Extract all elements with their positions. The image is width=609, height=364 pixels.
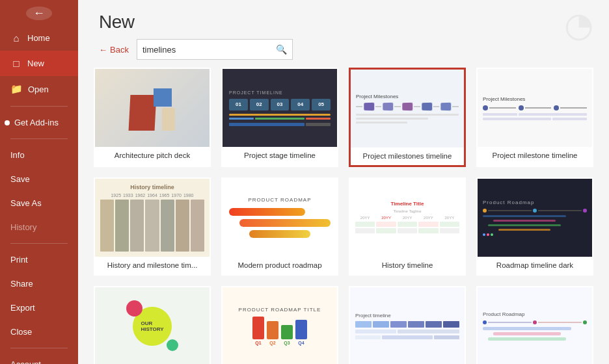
search-box[interactable]: 🔍 xyxy=(137,39,293,60)
template-card-arch[interactable]: Architecture pitch deck xyxy=(94,68,211,167)
search-icon[interactable]: 🔍 xyxy=(276,44,287,55)
sidebar-item-export[interactable]: Export xyxy=(0,296,78,320)
template-label-modern-road: Modern product roadmap xyxy=(223,257,337,274)
template-label-project-stage: Project stage timeline xyxy=(223,147,337,164)
main-header: New xyxy=(78,0,609,39)
watermark-icon: ◔ xyxy=(564,5,593,44)
template-card-quarterly[interactable]: PRODUCT ROADMAP TITLE Q1 Q2 Q3 xyxy=(221,286,338,364)
sidebar-divider-1 xyxy=(10,106,68,107)
sidebar-share-label: Share xyxy=(10,279,33,289)
sidebar-item-history: History xyxy=(0,215,78,239)
template-thumb-history-mile: History timeline 19251933196219641965197… xyxy=(95,179,210,257)
open-folder-icon: 📁 xyxy=(10,83,23,95)
template-card-project-mile-2[interactable]: Project Milestones xyxy=(476,68,593,167)
template-label-history-mile: History and milestone tim... xyxy=(95,257,210,274)
sidebar-export-label: Export xyxy=(10,303,35,313)
template-card-project-stage[interactable]: PROJECT TIMELINE 01 02 03 04 05 xyxy=(221,68,338,167)
template-label-project-mile: Project milestones timeline xyxy=(351,148,464,165)
back-link[interactable]: ← Back xyxy=(99,45,129,55)
template-thumb-roadmap-light: Product Roadmap xyxy=(478,287,592,364)
sidebar-saveas-label: Save As xyxy=(10,198,42,208)
template-thumb-project-mile: Project Milestones xyxy=(351,70,464,148)
template-card-roadmap-dark[interactable]: Product Roadmap xyxy=(476,177,593,276)
template-label-arch: Architecture pitch deck xyxy=(95,147,210,164)
back-arrow-icon: ← xyxy=(33,6,45,20)
template-thumb-quarterly: PRODUCT ROADMAP TITLE Q1 Q2 Q3 xyxy=(223,287,337,364)
template-thumb-history-tl: Timeline Title Timeline Tagline 20YY 20Y… xyxy=(350,179,465,257)
template-thumb-milestone-hist: OURHISTORY xyxy=(95,287,210,364)
template-card-project-mile[interactable]: Project Milestones xyxy=(349,68,466,167)
sidebar-back-button[interactable]: ← xyxy=(26,6,52,20)
sidebar-nav: ⌂ Home □ New 📁 Open Get Add-ins Info Sav… xyxy=(0,25,78,364)
template-label-history-tl: History timeline xyxy=(350,257,465,274)
template-card-modern-road[interactable]: PRODUCT ROADMAP Modern product roadmap xyxy=(221,177,338,276)
sidebar-save-label: Save xyxy=(10,174,30,184)
back-label: Back xyxy=(110,45,129,55)
sidebar-print-label: Print xyxy=(10,255,28,265)
template-card-history-mile[interactable]: History timeline 19251933196219641965197… xyxy=(94,177,211,276)
sidebar-item-close[interactable]: Close xyxy=(0,320,78,344)
sidebar-item-new[interactable]: □ New xyxy=(0,51,78,76)
template-thumb-gradient: Project timeline xyxy=(350,287,465,364)
page-title: New xyxy=(99,12,135,32)
sidebar-new-label: New xyxy=(27,58,44,68)
template-card-roadmap-light[interactable]: Product Roadmap Roadmap timeline light xyxy=(476,286,593,364)
template-thumb-project-mile-2: Project Milestones xyxy=(478,69,592,147)
back-arrow-icon: ← xyxy=(99,45,107,55)
sidebar-item-save[interactable]: Save xyxy=(0,167,78,191)
sidebar-item-addins[interactable]: Get Add-ins xyxy=(0,110,78,135)
template-grid: Architecture pitch deck PROJECT TIMELINE… xyxy=(78,68,609,364)
search-input[interactable] xyxy=(142,45,276,55)
sidebar-divider-3 xyxy=(10,243,68,244)
sidebar-item-print[interactable]: Print xyxy=(0,248,78,272)
sidebar-divider-4 xyxy=(10,348,68,348)
new-icon: □ xyxy=(10,58,22,69)
template-thumb-modern-road: PRODUCT ROADMAP xyxy=(223,179,337,257)
sidebar-close-label: Close xyxy=(10,327,32,337)
sidebar-home-label: Home xyxy=(27,33,50,43)
sidebar-history-label: History xyxy=(10,222,36,232)
home-icon: ⌂ xyxy=(10,32,22,44)
sidebar-divider-2 xyxy=(10,138,68,139)
sidebar: ← ⌂ Home □ New 📁 Open Get Add-ins Info S… xyxy=(0,0,78,364)
sidebar-item-share[interactable]: Share xyxy=(0,272,78,296)
template-card-milestone-hist[interactable]: OURHISTORY Milestone and history tim... xyxy=(94,286,211,364)
sidebar-account-label: Account xyxy=(10,359,41,364)
sidebar-open-label: Open xyxy=(28,84,49,94)
template-card-history-tl[interactable]: Timeline Title Timeline Tagline 20YY 20Y… xyxy=(349,177,466,276)
sidebar-info-label: Info xyxy=(10,150,25,160)
addins-dot-icon xyxy=(5,120,10,125)
sidebar-item-saveas[interactable]: Save As xyxy=(0,191,78,215)
sidebar-item-home[interactable]: ⌂ Home xyxy=(0,25,78,51)
sidebar-item-open[interactable]: 📁 Open xyxy=(0,76,78,102)
template-thumb-roadmap-dark: Product Roadmap xyxy=(478,179,592,257)
template-thumb-arch xyxy=(95,69,210,147)
template-label-project-mile-2: Project milestone timeline xyxy=(478,147,592,164)
template-card-gradient[interactable]: Project timeline xyxy=(349,286,466,364)
toolbar-row: ← Back 🔍 xyxy=(78,39,609,68)
sidebar-item-account[interactable]: Account xyxy=(0,352,78,364)
template-label-roadmap-dark: Roadmap timeline dark xyxy=(478,257,592,274)
template-thumb-project-stage: PROJECT TIMELINE 01 02 03 04 05 xyxy=(223,69,337,147)
main-content: ◔ New ← Back 🔍 A xyxy=(78,0,609,364)
sidebar-addins-label: Get Add-ins xyxy=(14,118,59,127)
sidebar-item-info[interactable]: Info xyxy=(0,143,78,167)
